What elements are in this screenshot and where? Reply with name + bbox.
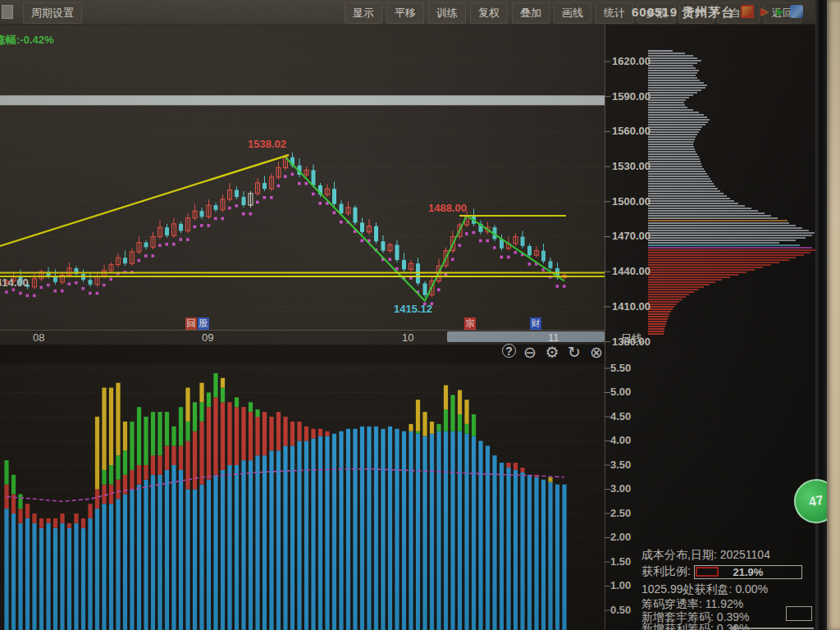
date-label-aug: 08 xyxy=(33,331,44,344)
price-tick-label: 1590.00 xyxy=(612,90,651,103)
volume-tick-label: 1.00 xyxy=(610,579,631,591)
menu-item-overlay[interactable]: 叠加 xyxy=(512,2,550,24)
menu-item-drawline[interactable]: 画线 xyxy=(554,2,591,24)
menu-item-stats[interactable]: 统计 xyxy=(596,2,633,24)
volume-tick-label: 3.50 xyxy=(610,459,631,471)
cost-distribution-date-label: 成本分布,日期: xyxy=(641,548,717,561)
new-profit-chips-label: 新增获利筹码: xyxy=(641,622,714,630)
menu-items: 显示 平移 训练 复权 叠加 画线 统计 多股 F10 -自选 返回 xyxy=(345,2,806,24)
chart-scrollbar[interactable] xyxy=(447,331,605,342)
rebound-price-annotation: 1488.00 xyxy=(428,202,467,214)
event-badge-finance[interactable]: 财 xyxy=(530,317,541,330)
profit-ratio-gauge: 21.9% xyxy=(694,565,802,579)
peak-price-annotation: 1538.02 xyxy=(248,138,286,150)
measure-arrow-line xyxy=(737,628,814,629)
profit-ratio-value: 21.9% xyxy=(695,566,801,578)
chip-penetration-value: 11.92% xyxy=(705,597,743,610)
main-chart-canvas[interactable] xyxy=(0,0,840,630)
cost-distribution-date-value: 20251104 xyxy=(720,548,770,561)
trading-app-screen: 周期设置 显示 平移 训练 复权 叠加 画线 统计 多股 F10 -自选 返回 … xyxy=(0,0,840,630)
price-tick-label: 1470.00 xyxy=(612,230,651,242)
settings-gear-icon[interactable]: ⚙ xyxy=(544,344,560,360)
stock-title: 600519 贵州茅台 xyxy=(632,5,734,21)
titlebar-app-icons: ▶ ▶ xyxy=(741,5,803,18)
date-label-sep: 09 xyxy=(202,331,213,344)
price-tick-label: 1410.00 xyxy=(612,300,651,313)
blue-app-icon[interactable] xyxy=(790,5,803,18)
chip-penetration-label: 筹码穿透率: xyxy=(641,597,702,610)
price-tick-label: 1560.00 xyxy=(612,125,651,137)
stock-name: 贵州茅台 xyxy=(682,5,734,19)
volume-tick-label: 2.50 xyxy=(610,507,631,519)
menu-item-train[interactable]: 训练 xyxy=(428,2,466,24)
left-edge-price-label: 414.00 xyxy=(0,276,29,289)
volume-tick-label: 4.50 xyxy=(610,410,631,422)
price-tick-label: 1440.00 xyxy=(612,265,651,277)
partial-gauge-box xyxy=(786,606,812,621)
price-profit-value: 0.00% xyxy=(735,582,768,596)
volume-tick-label: 0.50 xyxy=(610,604,631,616)
volume-tick-label: 5.50 xyxy=(610,362,631,374)
volume-tick-label: 3.00 xyxy=(610,482,631,495)
event-badge-zong[interactable]: 宗 xyxy=(464,317,476,330)
chart-mini-toolbar: ? ⊖ ⚙ ↻ ⊗ xyxy=(502,344,605,360)
monitor-bezel xyxy=(815,0,827,630)
close-icon[interactable]: ⊗ xyxy=(588,344,605,360)
trough-price-annotation: 1415.12 xyxy=(394,303,432,315)
menu-item-display[interactable]: 显示 xyxy=(345,2,382,24)
wall-background xyxy=(827,0,840,630)
profit-ratio-label: 获利比例: xyxy=(641,564,691,578)
app-menu-icon[interactable] xyxy=(2,5,13,19)
date-label-oct: 10 xyxy=(402,331,413,344)
volume-tick-label: 1.50 xyxy=(610,555,631,568)
price-tick-label: 1500.00 xyxy=(612,195,651,208)
volume-tick-label: 2.00 xyxy=(610,531,631,543)
red-arrow-icon[interactable]: ▶ xyxy=(757,5,770,18)
green-arrow-icon[interactable]: ▶ xyxy=(774,5,787,18)
volume-tick-label: 5.00 xyxy=(610,386,631,398)
help-icon[interactable]: ? xyxy=(502,344,516,358)
change-percent-label: 涨幅:-0.42% xyxy=(0,33,54,48)
refresh-icon[interactable]: ↻ xyxy=(566,344,582,360)
period-label-daily[interactable]: 日线 xyxy=(621,331,642,346)
menu-item-adjust[interactable]: 复权 xyxy=(470,2,508,24)
flame-app-icon[interactable] xyxy=(741,5,754,18)
price-profit-label: 1025.99处获利盘: xyxy=(641,582,733,596)
volume-tick-label: 4.00 xyxy=(610,434,631,446)
top-menu-bar: 周期设置 显示 平移 训练 复权 叠加 画线 统计 多股 F10 -自选 返回 … xyxy=(0,0,827,25)
stock-code: 600519 xyxy=(632,5,678,19)
menu-item-pan[interactable]: 平移 xyxy=(386,2,424,24)
price-tick-label: 1620.00 xyxy=(612,55,651,67)
zoom-out-icon[interactable]: ⊖ xyxy=(522,344,538,360)
event-badge-share[interactable]: 股 xyxy=(198,317,209,330)
period-settings-button[interactable]: 周期设置 xyxy=(23,2,82,24)
event-badge-buyback[interactable]: 回 xyxy=(185,317,197,330)
price-tick-label: 1530.00 xyxy=(612,160,651,172)
